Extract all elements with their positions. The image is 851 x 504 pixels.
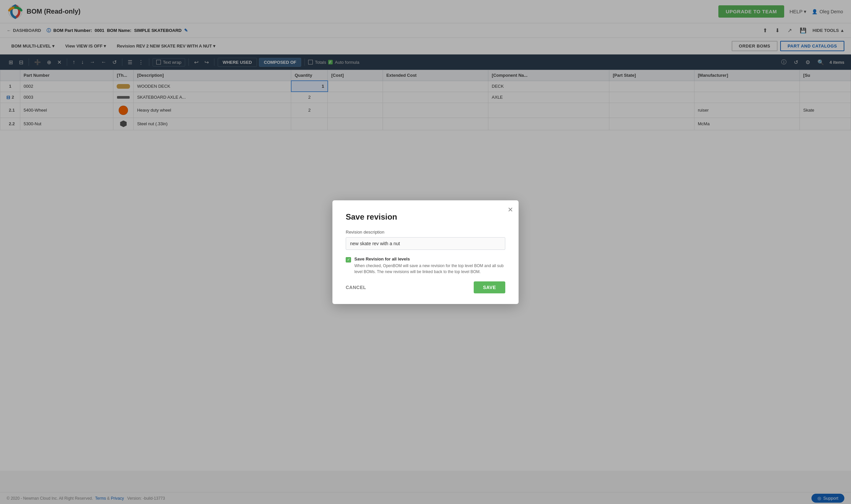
save-all-levels-desc: When checked, OpenBOM will save a new re…: [354, 263, 505, 275]
save-revision-modal: ✕ Save revision Revision description ✓ S…: [333, 200, 518, 304]
modal-close-button[interactable]: ✕: [508, 206, 513, 214]
modal-overlay[interactable]: ✕ Save revision Revision description ✓ S…: [0, 0, 851, 471]
revision-description-input[interactable]: [346, 237, 505, 250]
save-all-levels-row: ✓ Save Revision for all levels When chec…: [346, 256, 505, 275]
revision-description-label: Revision description: [346, 230, 505, 235]
save-button[interactable]: SAVE: [474, 282, 505, 293]
cancel-button[interactable]: CANCEL: [346, 285, 366, 290]
modal-actions: CANCEL SAVE: [346, 282, 505, 293]
modal-title: Save revision: [346, 212, 505, 221]
save-all-levels-label: Save Revision for all levels: [354, 256, 505, 262]
save-all-levels-checkbox[interactable]: ✓: [346, 257, 351, 263]
